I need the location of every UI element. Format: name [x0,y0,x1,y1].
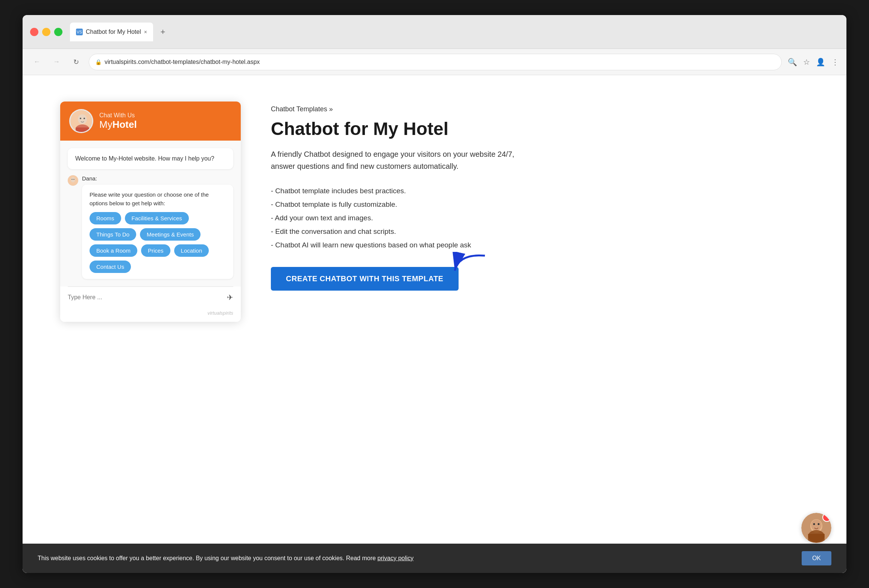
option-button[interactable]: Meetings & Events [140,228,201,241]
option-button[interactable]: Facilities & Services [125,212,189,224]
svg-rect-18 [808,534,825,543]
my-label: My [99,119,112,130]
chatbot-widget: Chat With Us MyHotel Welcome to My-Hotel… [60,102,241,322]
cookie-text: This website uses cookies to offer you a… [38,555,794,562]
title-bar: VS Chatbot for My Hotel × + [23,15,846,49]
cookie-banner: This website uses cookies to offer you a… [23,544,846,573]
main-area: Chat With Us MyHotel Welcome to My-Hotel… [23,75,846,573]
breadcrumb: Chatbot Templates » [271,105,809,113]
chat-with-us-label: Chat With Us [99,112,137,119]
svg-point-9 [71,179,72,180]
option-button[interactable]: Rooms [90,212,121,224]
chatbot-header: Chat With Us MyHotel [60,102,241,141]
tab-bar: VS Chatbot for My Hotel × + [70,23,839,41]
feature-list: - Chatbot template includes best practic… [271,184,809,252]
lock-icon: 🔒 [95,59,102,65]
address-text: virtualspirits.com/chatbot-templates/cha… [105,59,775,65]
svg-point-4 [84,118,85,119]
option-buttons: RoomsFacilities & ServicesThings To DoMe… [90,212,226,273]
maximize-button[interactable] [54,28,62,36]
bookmark-icon[interactable]: ☆ [803,58,810,67]
agent-name: Dana: [82,175,233,182]
search-icon[interactable]: 🔍 [788,58,797,67]
feature-item: - Chatbot template includes best practic… [271,184,809,198]
menu-icon[interactable]: ⋮ [831,58,839,67]
option-button[interactable]: Things To Do [90,228,136,241]
page-content: Chat With Us MyHotel Welcome to My-Hotel… [23,75,846,573]
notification-dot [822,513,831,522]
tab-close-button[interactable]: × [144,29,147,35]
option-button[interactable]: Location [174,244,209,257]
minimize-button[interactable] [42,28,50,36]
cta-button[interactable]: CREATE CHATBOT WITH THIS TEMPLATE [271,267,459,291]
cookie-ok-button[interactable]: OK [802,551,831,565]
chatbot-body: Welcome to My-Hotel website. How may I h… [60,141,241,286]
arrow-indicator [451,252,489,276]
feature-item: - Chatbot AI will learn new questions ba… [271,238,809,252]
send-icon[interactable]: ✈ [227,293,233,302]
svg-point-16 [818,523,820,525]
toolbar-icons: 🔍 ☆ 👤 ⋮ [788,58,839,67]
page-description: A friendly Chatbot designed to engage yo… [271,148,527,172]
cta-area: CREATE CHATBOT WITH THIS TEMPLATE [271,267,459,291]
svg-point-8 [71,177,75,182]
new-tab-button[interactable]: + [156,25,170,39]
user-icon[interactable]: 👤 [816,58,825,67]
svg-point-2 [78,114,87,124]
hotel-label: Hotel [112,119,137,130]
traffic-lights [30,28,62,36]
option-button[interactable]: Book a Room [90,244,137,257]
back-button[interactable]: ← [30,55,44,69]
agent-message: Please write your question or choose one… [82,185,233,279]
page-title: Chatbot for My Hotel [271,119,809,139]
welcome-message: Welcome to My-Hotel website. How may I h… [68,148,233,169]
my-hotel-label: MyHotel [99,119,137,130]
option-button[interactable]: Contact Us [90,261,131,273]
address-bar[interactable]: 🔒 virtualspirits.com/chatbot-templates/c… [89,54,782,70]
feature-item: - Chatbot template is fully customizable… [271,198,809,211]
option-button[interactable]: Prices [141,244,170,257]
close-button[interactable] [30,28,38,36]
tab-title: Chatbot for My Hotel [86,29,141,35]
chatbot-input-area[interactable]: ✈ [60,287,241,308]
page-right: Chatbot Templates » Chatbot for My Hotel… [271,98,809,291]
tab-favicon: VS [76,29,83,35]
floating-chat-widget[interactable] [801,513,831,543]
chatbot-avatar [69,109,93,133]
agent-small-avatar [68,175,78,186]
agent-message-area: Dana: Please write your question or choo… [68,175,233,279]
feature-item: - Edit the conversation and chat scripts… [271,225,809,238]
reload-button[interactable]: ↻ [69,55,83,69]
browser-toolbar: ← → ↻ 🔒 virtualspirits.com/chatbot-templ… [23,49,846,75]
svg-point-15 [813,523,815,525]
chatbot-input[interactable] [68,294,222,301]
svg-rect-6 [76,127,89,133]
forward-button[interactable]: → [50,55,63,69]
svg-point-10 [73,179,74,180]
svg-point-3 [80,118,81,119]
chatbot-header-text: Chat With Us MyHotel [99,112,137,130]
chatbot-branding: virtualspirits [60,308,241,322]
privacy-policy-link[interactable]: privacy policy [377,555,413,561]
active-tab[interactable]: VS Chatbot for My Hotel × [70,23,153,41]
feature-item: - Add your own text and images. [271,211,809,225]
